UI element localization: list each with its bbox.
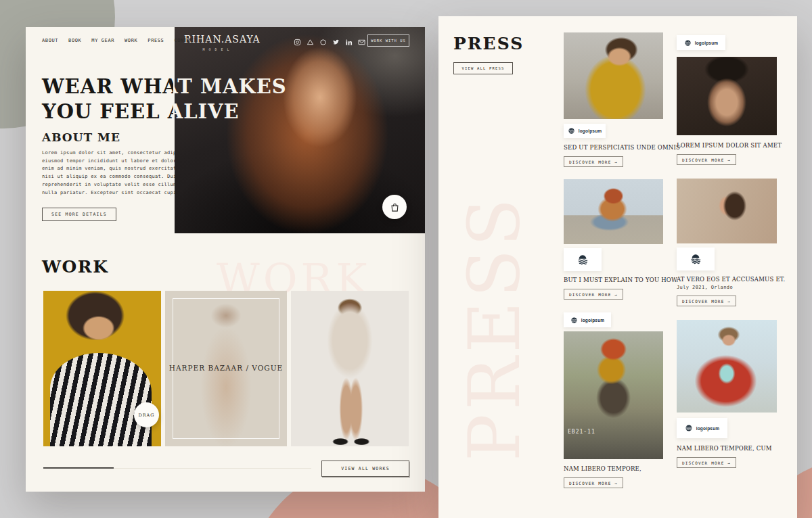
nav-item-contact[interactable]: CONTACT <box>174 38 197 43</box>
discover-more-button[interactable]: DISCOVER MORE → <box>564 156 623 167</box>
press-headline: AT VERO EOS ET ACCUSAMUS ET. <box>677 276 777 283</box>
press-logo-badge: logoipsum <box>564 312 611 327</box>
press-watermark: PRESS <box>453 194 536 461</box>
press-page: PRESS VIEW ALL PRESS PRESS logoipsum SED… <box>438 16 797 518</box>
main-nav: ABOUT BOOK MY GEAR WORK PRESS CONTACT <box>42 38 197 43</box>
carousel-progress-handle[interactable] <box>43 467 114 469</box>
press-headline: NAM LIBERO TEMPORE, <box>564 465 663 472</box>
press-headline: LOREM IPSUM DOLOR SIT AMET <box>677 142 777 149</box>
social-links <box>294 39 365 46</box>
logoipsum-sphere-icon <box>684 39 692 47</box>
brand-tagline: MODEL <box>184 47 252 51</box>
shopping-bag-icon <box>390 202 400 212</box>
logoipsum-sphere-icon <box>570 316 578 324</box>
press-card: logoipsum LOREM IPSUM DOLOR SIT AMET DIS… <box>677 35 777 165</box>
press-photo-yellow-dress <box>564 32 663 119</box>
home-page: ABOUT BOOK MY GEAR WORK PRESS CONTACT RI… <box>26 27 425 492</box>
circle-icon[interactable] <box>319 39 327 46</box>
discover-more-button[interactable]: DISCOVER MORE → <box>677 154 736 165</box>
press-photo-red-jacket <box>677 320 777 413</box>
work-with-us-button[interactable]: WORK WITH US <box>367 34 409 47</box>
press-headline: SED UT PERSPICIATIS UNDE OMNIS <box>564 144 663 151</box>
nav-item-my-gear[interactable]: MY GEAR <box>91 38 114 43</box>
view-all-press-button[interactable]: VIEW ALL PRESS <box>453 62 513 74</box>
press-subtitle: July 2021, Orlando <box>677 285 777 290</box>
discover-more-button[interactable]: DISCOVER MORE → <box>677 457 736 468</box>
drag-handle[interactable]: DRAG <box>134 402 159 427</box>
press-card: logoipsum NAM LIBERO TEMPORE, CUM DISCOV… <box>677 306 777 468</box>
press-photo-street-car: EB21-11 <box>564 331 663 459</box>
shopping-bag-button[interactable] <box>382 195 407 219</box>
license-plate-text: EB21-11 <box>568 429 595 435</box>
work-title: WORK <box>42 257 108 277</box>
nav-item-press[interactable]: PRESS <box>148 38 164 43</box>
press-logo-badge <box>564 248 602 271</box>
press-photo-sitting-redhead <box>564 179 663 244</box>
linkedin-icon[interactable] <box>345 39 353 46</box>
twitter-icon[interactable] <box>332 39 340 46</box>
waves-icon <box>689 252 702 266</box>
work-carousel: HARPER BAZAAR / VOGUE <box>43 291 409 446</box>
logoipsum-sphere-icon <box>568 127 575 135</box>
see-more-details-button[interactable]: SEE MORE DETAILS <box>42 208 116 221</box>
logoipsum-sphere-icon <box>685 424 693 432</box>
press-photo-brunette <box>677 179 777 243</box>
press-photo-fur-hat <box>677 57 777 135</box>
nav-item-about[interactable]: ABOUT <box>42 38 58 43</box>
discover-more-button[interactable]: DISCOVER MORE → <box>677 296 736 306</box>
press-logo-badge: logoipsum <box>677 418 727 438</box>
work-photo-blazer[interactable] <box>291 291 409 446</box>
featured-work-label: HARPER BAZAAR / VOGUE <box>165 364 287 372</box>
work-photo-featured[interactable]: HARPER BAZAAR / VOGUE <box>165 291 287 446</box>
press-card: BUT I MUST EXPLAIN TO YOU HOW. DISCOVER … <box>564 167 663 300</box>
press-column-right: logoipsum LOREM IPSUM DOLOR SIT AMET DIS… <box>677 35 777 468</box>
press-column-left: logoipsum SED UT PERSPICIATIS UNDE OMNIS… <box>564 32 663 488</box>
hero-photo: RIHAN.ASAYA MODEL <box>175 27 425 233</box>
nav-item-book[interactable]: BOOK <box>68 38 81 43</box>
press-headline: BUT I MUST EXPLAIN TO YOU HOW. <box>564 277 663 283</box>
carousel-progress-track <box>43 468 311 469</box>
about-title: ABOUT ME <box>42 131 120 144</box>
view-all-works-button[interactable]: VIEW ALL WORKS <box>321 461 409 477</box>
discover-more-button[interactable]: DISCOVER MORE → <box>564 477 623 488</box>
press-card: AT VERO EOS ET ACCUSAMUS ET. July 2021, … <box>677 165 777 306</box>
press-logo-badge: logoipsum <box>564 124 606 138</box>
press-card: logoipsum EB21-11 NAM LIBERO TEMPORE, DI… <box>564 300 663 488</box>
press-headline: NAM LIBERO TEMPORE, CUM <box>677 445 777 452</box>
press-logo-badge: logoipsum <box>677 35 725 50</box>
triangle-icon[interactable] <box>307 39 314 46</box>
nav-item-work[interactable]: WORK <box>125 38 137 43</box>
mail-icon[interactable] <box>358 39 365 46</box>
instagram-icon[interactable] <box>294 39 301 46</box>
press-logo-badge <box>677 248 715 270</box>
waves-icon <box>576 253 589 266</box>
discover-more-button[interactable]: DISCOVER MORE → <box>564 289 623 300</box>
press-title: PRESS <box>453 34 524 53</box>
press-card: logoipsum SED UT PERSPICIATIS UNDE OMNIS… <box>564 32 663 167</box>
